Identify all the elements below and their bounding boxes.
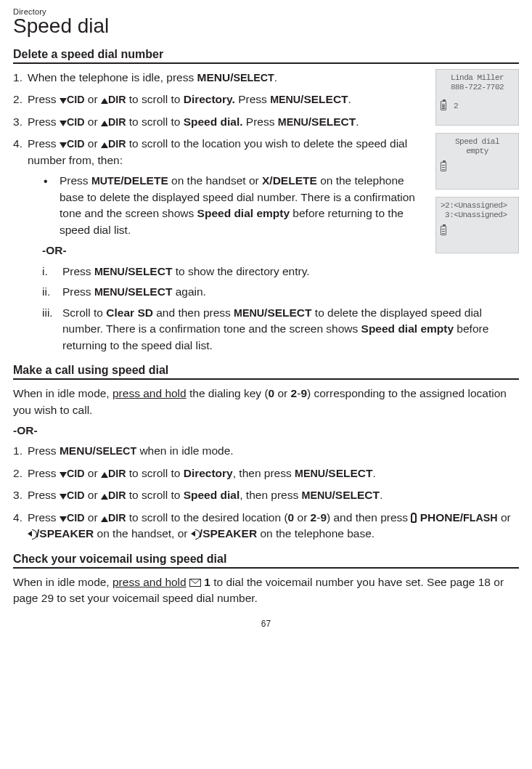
text: DIR — [108, 116, 126, 128]
text: When the telephone is idle, press — [28, 71, 197, 84]
text: Press — [28, 511, 60, 524]
text: CID — [67, 512, 85, 524]
text: or — [84, 137, 100, 150]
page-number: 67 — [13, 619, 519, 629]
text: Scroll to — [62, 306, 106, 319]
substep: ii. Press MENU/SELECT again. — [42, 284, 427, 300]
text: to show the directory entry. — [172, 265, 309, 277]
text: to scroll to — [126, 115, 183, 128]
section-heading: Make a call using speed dial — [13, 364, 519, 380]
text: or — [294, 511, 310, 524]
text: MENU/ — [60, 444, 96, 457]
text: CID — [67, 468, 85, 479]
text: Press — [28, 115, 60, 128]
text: /DELETE — [120, 174, 168, 187]
text: 0 — [288, 511, 295, 524]
text: DIR — [108, 138, 126, 150]
text: or — [84, 467, 100, 479]
text: /SELECT — [325, 467, 372, 479]
text: Press — [243, 115, 278, 128]
text: MENU — [278, 116, 308, 128]
text: MENU — [270, 94, 300, 105]
paragraph: When in idle mode, press and hold the di… — [13, 386, 519, 418]
text: Clear SD — [106, 306, 153, 319]
text: /SELECT — [332, 489, 379, 501]
text: press and hold — [112, 576, 187, 588]
text: or — [84, 115, 100, 128]
text: Directory. — [184, 93, 235, 105]
text: . — [372, 467, 375, 479]
text: or — [498, 511, 511, 524]
text: Speed dial empty — [197, 207, 290, 219]
step: Press MENU/SELECT when in idle mode. — [13, 443, 519, 459]
text: Press — [60, 174, 91, 187]
text: SELECT — [233, 72, 274, 84]
up-arrow-icon — [101, 516, 108, 522]
text: ) and then press — [327, 511, 411, 524]
text: When in idle mode, — [13, 387, 112, 399]
page-title: Speed dial — [13, 15, 519, 38]
text: Press — [28, 467, 60, 479]
text: when in idle mode. — [136, 444, 234, 457]
handset-icon — [411, 513, 417, 523]
envelope-icon — [189, 579, 201, 587]
text: . — [380, 489, 382, 501]
text: /SPEAKER — [36, 527, 94, 540]
text: MENU — [302, 489, 332, 501]
step: Press CID or DIR to scroll to Directory,… — [13, 465, 519, 481]
step: Press CID or DIR to scroll to Speed dial… — [13, 114, 427, 130]
text: /SELECT — [264, 306, 311, 319]
step: Press CID or DIR to scroll to Directory.… — [13, 91, 427, 107]
text: PHONE/ — [417, 511, 463, 524]
text: to scroll to — [126, 467, 183, 479]
text: SELECT — [96, 445, 136, 457]
lcd-screen-2: Speed dial empty — [435, 133, 519, 190]
text: Speed dial — [184, 489, 240, 501]
text: the dialing key ( — [187, 387, 269, 399]
text: and then press — [153, 306, 234, 319]
text: DIR — [108, 489, 126, 501]
up-arrow-icon — [101, 472, 108, 478]
text: 2 — [291, 387, 298, 399]
text: MENU — [94, 286, 125, 298]
text: CID — [67, 94, 85, 105]
down-arrow-icon — [60, 516, 67, 522]
text: to scroll to — [126, 93, 183, 105]
text: When in idle mode, — [13, 576, 112, 588]
bullet: Press MUTE/DELETE on the handset or X/DE… — [44, 173, 428, 238]
text: /SELECT — [125, 265, 172, 277]
text: CID — [67, 138, 85, 150]
text: X/DELETE — [262, 174, 317, 187]
substep: i. Press MENU/SELECT to show the directo… — [42, 264, 427, 280]
text: 9 — [300, 387, 307, 399]
text: Speed dial. — [184, 115, 243, 128]
text: . — [274, 71, 277, 84]
text: /SELECT — [300, 93, 348, 105]
text: . — [356, 115, 359, 128]
text: DIR — [108, 468, 126, 479]
lcd-screen-3: >2:<Unassigned> 3:<Unassigned> — [435, 197, 519, 253]
text: CID — [67, 116, 85, 128]
speaker-icon — [191, 529, 200, 538]
or-divider: -OR- — [42, 243, 427, 259]
text: /SPEAKER — [200, 527, 257, 540]
down-arrow-icon — [60, 121, 67, 126]
text: DIR — [108, 94, 126, 105]
step: Press CID or DIR to scroll to the desire… — [13, 510, 519, 542]
up-arrow-icon — [101, 142, 108, 148]
text: , then press — [233, 467, 295, 479]
down-arrow-icon — [60, 98, 67, 104]
battery-icon — [441, 226, 446, 235]
text: DIR — [108, 512, 126, 524]
text: to scroll to — [126, 489, 183, 501]
text: on the handset, or — [94, 527, 191, 540]
text: /SELECT — [308, 115, 356, 128]
down-arrow-icon — [60, 472, 67, 478]
text: MENU — [94, 266, 125, 277]
text: MENU/ — [197, 71, 234, 84]
text: 1 — [201, 576, 210, 588]
lcd-line: Speed dial — [439, 137, 515, 147]
text: Press — [28, 444, 60, 457]
substep: iii. Scroll to Clear SD and then press M… — [42, 305, 514, 354]
text: MUTE — [91, 175, 120, 187]
